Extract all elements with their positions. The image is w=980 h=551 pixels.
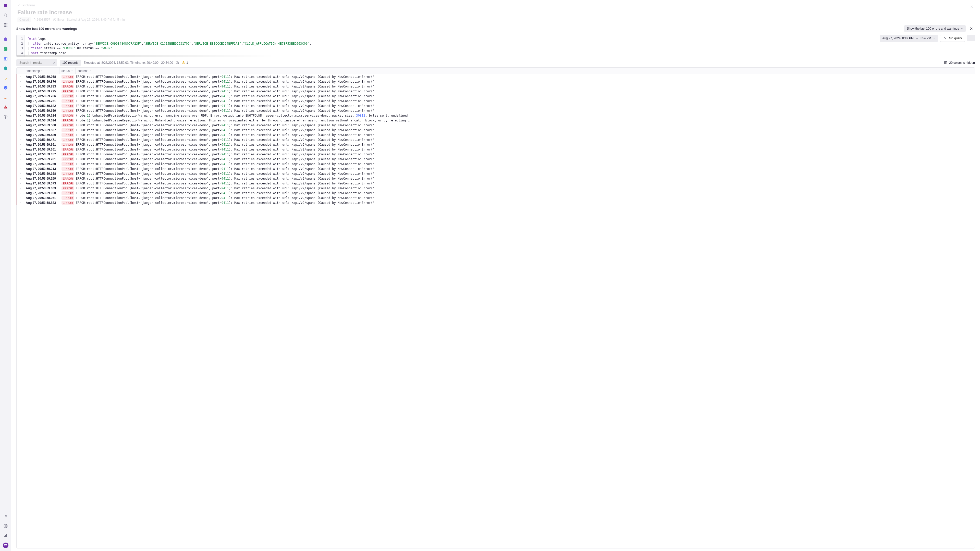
status-badge: ERROR — [62, 80, 74, 83]
expand-row[interactable] — [17, 110, 24, 112]
svg-point-21 — [5, 116, 6, 118]
expand-row[interactable] — [17, 80, 24, 83]
expand-row[interactable] — [17, 114, 24, 117]
table-row[interactable]: Aug 27, 20:53:59.260ERRORERROR:root:HTTP… — [17, 162, 975, 166]
expand-row[interactable] — [17, 124, 24, 127]
expand-row[interactable] — [17, 143, 24, 146]
clear-icon[interactable] — [53, 61, 56, 64]
expand-row[interactable] — [17, 192, 24, 194]
more-menu-button[interactable] — [967, 35, 975, 41]
info-icon[interactable] — [176, 61, 179, 65]
table-row[interactable]: Aug 27, 20:53:58.961ERRORERROR:root:HTTP… — [17, 195, 975, 200]
preset-dropdown[interactable]: Show the last 100 errors and warnings — [904, 25, 966, 32]
svg-rect-12 — [4, 57, 7, 60]
expand-row[interactable] — [17, 182, 24, 185]
search-input[interactable] — [19, 61, 53, 65]
close-panel-button[interactable] — [969, 3, 975, 10]
expand-row[interactable] — [17, 95, 24, 97]
expand-row[interactable] — [17, 76, 24, 78]
table-row[interactable]: Aug 27, 20:53:59.073ERRORERROR:root:HTTP… — [17, 181, 975, 186]
cell-status: ERROR — [59, 162, 74, 166]
table-row[interactable]: Aug 27, 20:53:59.766ERRORERROR:root:HTTP… — [17, 94, 975, 98]
sidebar-item-settings[interactable] — [2, 113, 10, 121]
sidebar-help[interactable] — [2, 522, 10, 530]
table-row[interactable]: Aug 27, 20:53:59.876ERRORERROR:root:HTTP… — [17, 79, 975, 84]
warning-badge[interactable]: 1 — [182, 61, 188, 65]
editor-code[interactable]: fetch logs | filter in(dt.source_entity,… — [25, 35, 877, 57]
expand-row[interactable] — [17, 119, 24, 122]
expand-row[interactable] — [17, 100, 24, 102]
expand-row[interactable] — [17, 158, 24, 160]
column-visibility[interactable]: 20 columns hidden — [944, 61, 975, 65]
table-row[interactable]: Aug 27, 20:53:59.624ERROR(node:1) Unhand… — [17, 113, 975, 118]
avatar: W — [3, 543, 8, 548]
sidebar-item-kubernetes[interactable] — [2, 35, 10, 43]
expand-row[interactable] — [17, 197, 24, 199]
sidebar-search[interactable] — [2, 11, 10, 19]
table-row[interactable]: Aug 27, 20:53:59.783ERRORERROR:root:HTTP… — [17, 84, 975, 89]
sidebar-item-alert[interactable] — [2, 103, 10, 111]
run-query-button[interactable]: Run query — [940, 35, 965, 42]
sidebar-item-monitoring[interactable] — [2, 45, 10, 53]
sidebar-logo[interactable] — [2, 2, 10, 10]
table-row[interactable]: Aug 27, 20:53:59.568ERRORERROR:root:HTTP… — [17, 123, 975, 127]
table-row[interactable]: Aug 27, 20:53:59.213ERRORERROR:root:HTTP… — [17, 166, 975, 171]
table-row[interactable]: Aug 27, 20:53:59.471ERRORERROR:root:HTTP… — [17, 137, 975, 142]
table-row[interactable]: Aug 27, 20:53:59.168ERRORERROR:root:HTTP… — [17, 171, 975, 176]
table-row[interactable]: Aug 27, 20:53:59.761ERRORERROR:root:HTTP… — [17, 98, 975, 103]
expand-row[interactable] — [17, 85, 24, 88]
table-row[interactable]: Aug 27, 20:53:59.361ERRORERROR:root:HTTP… — [17, 142, 975, 147]
breadcrumb[interactable]: Problems — [18, 3, 974, 7]
close-section-button[interactable] — [968, 25, 975, 32]
table-row[interactable]: Aug 27, 20:53:59.050ERRORERROR:root:HTTP… — [17, 191, 975, 195]
table-body[interactable]: Aug 27, 20:53:59.958ERRORERROR:root:HTTP… — [17, 74, 975, 548]
table-row[interactable]: Aug 27, 20:53:59.281ERRORERROR:root:HTTP… — [17, 157, 975, 162]
th-timestamp[interactable]: timestamp — [24, 68, 59, 74]
expand-row[interactable] — [17, 172, 24, 175]
expand-row[interactable] — [17, 105, 24, 107]
expand-row[interactable] — [17, 168, 24, 170]
expand-row[interactable] — [17, 187, 24, 189]
cell-timestamp: Aug 27, 20:53:59.876 — [24, 80, 59, 83]
table-row[interactable]: Aug 27, 20:53:59.659ERRORERROR:root:HTTP… — [17, 108, 975, 113]
query-editor[interactable]: 1 2 3 4 fetch logs | filter in(dt.source… — [16, 35, 877, 57]
table-row[interactable]: Aug 27, 20:53:58.883ERRORERROR:root:HTTP… — [17, 200, 975, 205]
table-row[interactable]: Aug 27, 20:53:59.624ERROR(node:1) Unhand… — [17, 118, 975, 123]
sidebar-apps[interactable] — [2, 21, 10, 29]
search-results[interactable] — [16, 59, 57, 66]
expand-row[interactable] — [17, 90, 24, 93]
banana-icon — [3, 76, 8, 80]
table-row[interactable]: Aug 27, 20:53:59.682ERRORERROR:root:HTTP… — [17, 103, 975, 108]
table-row[interactable]: Aug 27, 20:53:59.775ERRORERROR:root:HTTP… — [17, 89, 975, 94]
expand-row[interactable] — [17, 138, 24, 141]
sidebar-item-smiley[interactable] — [2, 84, 10, 92]
table-row[interactable]: Aug 27, 20:53:59.357ERRORERROR:root:HTTP… — [17, 152, 975, 157]
sidebar-item-hex[interactable] — [2, 64, 10, 73]
th-content[interactable]: content — [76, 68, 975, 74]
sidebar-item-dashboards[interactable] — [2, 55, 10, 63]
table-row[interactable]: Aug 27, 20:53:59.361ERRORERROR:root:HTTP… — [17, 147, 975, 152]
expand-row[interactable] — [17, 129, 24, 131]
sidebar-item-banana[interactable] — [2, 74, 10, 82]
expand-row[interactable] — [17, 153, 24, 156]
chevron-right-icon — [19, 177, 21, 180]
expand-row[interactable] — [17, 163, 24, 165]
table-row[interactable]: Aug 27, 20:53:59.159ERRORERROR:root:HTTP… — [17, 176, 975, 181]
table-row[interactable]: Aug 27, 20:53:59.567ERRORERROR:root:HTTP… — [17, 127, 975, 132]
expand-row[interactable] — [17, 148, 24, 151]
table-row[interactable]: Aug 27, 20:53:59.063ERRORERROR:root:HTTP… — [17, 186, 975, 191]
table-row[interactable]: Aug 27, 20:53:59.958ERRORERROR:root:HTTP… — [17, 74, 975, 79]
svg-point-23 — [5, 525, 6, 527]
timeframe-picker[interactable]: Aug 27, 2024, 8:49 PM → 8:54 PM — [880, 35, 938, 42]
sidebar-expand[interactable] — [2, 512, 10, 520]
table-row[interactable]: Aug 27, 20:53:59.480ERRORERROR:root:HTTP… — [17, 132, 975, 137]
status-badge: ERROR — [62, 94, 74, 98]
expand-row[interactable] — [17, 202, 24, 204]
expand-row[interactable] — [17, 134, 24, 136]
sidebar-item-banana2[interactable] — [2, 94, 10, 102]
cell-content: ERROR:root:HTTPConnectionPool(host='jaeg… — [74, 152, 975, 156]
sidebar-metrics[interactable] — [2, 532, 10, 540]
expand-row[interactable] — [17, 177, 24, 180]
sidebar-avatar[interactable]: W — [2, 541, 10, 549]
th-status[interactable]: status — [59, 68, 76, 74]
